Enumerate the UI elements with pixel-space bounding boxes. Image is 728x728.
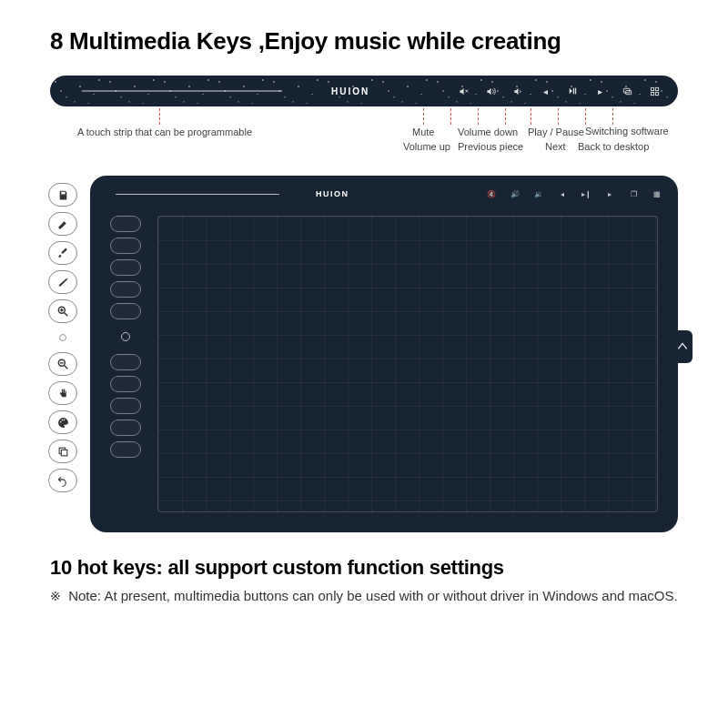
hotkey-button (110, 238, 141, 254)
hotkey-button (110, 281, 141, 298)
tablet-touch-line (116, 194, 279, 195)
previous-icon: ◂ (540, 86, 551, 96)
t-mute-icon: 🔇 (487, 189, 496, 198)
hotkey-button (110, 398, 141, 414)
svg-rect-7 (655, 87, 658, 90)
palette-icon (48, 410, 77, 434)
svg-line-11 (65, 313, 68, 317)
zoom-out-icon (48, 352, 77, 376)
label-volume-down: Volume down (458, 126, 518, 137)
label-switching-software: Switching software (585, 126, 640, 136)
label-back-to-desktop: Back to desktop (578, 141, 649, 152)
t-play-icon: ▸❙ (581, 189, 591, 198)
play-pause-icon (567, 86, 578, 96)
media-icon-row: ◂ ▸ (458, 86, 660, 96)
svg-rect-18 (61, 450, 67, 456)
label-volume-up: Volume up (403, 141, 450, 152)
next-icon: ▸ (594, 86, 605, 96)
t-volup-icon: 🔊 (511, 189, 520, 198)
t-voldown-icon: 🔉 (534, 189, 543, 198)
volume-up-icon (485, 86, 496, 96)
note-text: ※ Note: At present, multimedia buttons c… (50, 587, 678, 605)
touch-strip-line (82, 91, 282, 92)
hotkey-ring-icon (121, 332, 130, 341)
bottom-heading: 10 hot keys: all support custom function… (50, 556, 678, 580)
pen-icon (48, 270, 77, 294)
t-prev-icon: ◂ (558, 189, 567, 198)
tablet-brand: HUION (316, 189, 349, 198)
svg-rect-9 (655, 92, 658, 95)
multimedia-strip: HUION ◂ ▸ (50, 76, 678, 106)
brand-logo: HUION (331, 86, 369, 96)
svg-rect-6 (651, 87, 653, 90)
hotkey-button (110, 441, 141, 458)
save-icon (48, 183, 77, 207)
copy-icon (48, 440, 77, 463)
mute-icon (458, 86, 469, 96)
page-title: 8 Multimedia Keys ,Enjoy music while cre… (50, 27, 678, 56)
hotkey-button (110, 303, 141, 319)
hotkey-button (110, 354, 141, 370)
hotkey-button (110, 420, 141, 436)
tablet-body: HUION 🔇 🔊 🔉 ◂ ▸❙ ▸ ❐ ▦ (90, 176, 678, 532)
note-body: At present, multimedia buttons can only … (104, 588, 677, 603)
hotkey-column (110, 216, 141, 458)
ring-separator-icon (59, 334, 66, 341)
label-mute: Mute (412, 126, 434, 137)
note-star-icon: ※ (50, 589, 61, 603)
side-tag (672, 330, 693, 363)
t-desktop-icon: ▦ (652, 189, 662, 198)
touch-strip-label: A touch strip that can be programmable (77, 126, 252, 137)
label-previous: Previous piece (458, 141, 523, 152)
undo-icon (48, 469, 77, 492)
t-next-icon: ▸ (605, 189, 614, 198)
svg-rect-3 (575, 88, 576, 95)
back-to-desktop-icon (649, 86, 660, 96)
note-label: Note: (68, 588, 101, 603)
svg-rect-8 (651, 92, 653, 95)
strip-label-area: A touch strip that can be programmable M… (50, 108, 678, 165)
hotkey-button (110, 259, 141, 276)
svg-line-15 (65, 366, 68, 369)
switch-software-icon (622, 86, 632, 96)
svg-rect-2 (573, 88, 574, 95)
side-icon-column (46, 183, 79, 532)
brush-icon (48, 241, 77, 265)
label-next: Next (545, 141, 566, 152)
hand-icon (48, 381, 77, 405)
hotkey-button (110, 216, 141, 232)
pencil-icon (48, 212, 77, 236)
label-play-pause: Play / Pause (528, 126, 584, 137)
hotkey-button (110, 376, 141, 392)
t-switch-icon: ❐ (629, 189, 638, 198)
volume-down-icon (512, 86, 523, 96)
zoom-in-icon (48, 299, 77, 323)
work-area (157, 216, 658, 512)
